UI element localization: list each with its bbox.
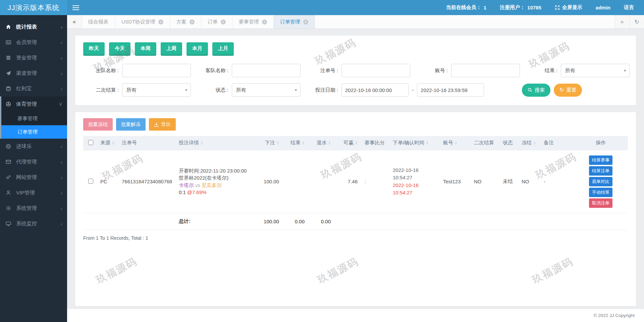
cell-winnable: 7.46	[335, 150, 362, 213]
quick-last-month-button[interactable]: 上月	[212, 42, 234, 56]
status-select[interactable]: 所有 ▾	[232, 83, 301, 97]
chevron-left-icon: ‹	[61, 24, 62, 30]
id-card-icon	[6, 40, 13, 45]
away-team-label: 客队名称 :	[193, 67, 228, 74]
col-bet-no[interactable]: 注单号	[119, 136, 176, 150]
settle-bet-button[interactable]: 结算注单	[589, 166, 612, 176]
account-label: 账号 :	[412, 67, 448, 74]
orders-panel: 批量冻结 批量解冻 导出 来源▲▼ 注	[75, 112, 636, 306]
sidebar-item-match-mgmt[interactable]: 赛事管理	[1, 112, 67, 125]
chevron-left-icon: ‹	[61, 205, 62, 211]
language-menu[interactable]: 语言	[624, 4, 634, 11]
sidebar-toggle-button[interactable]	[67, 0, 85, 15]
away-team-input[interactable]	[232, 64, 301, 77]
col-order-time[interactable]: 下单/确认时间▲▼	[390, 136, 441, 150]
col-result[interactable]: 结果▲▼	[284, 136, 309, 150]
cell-result	[284, 150, 309, 213]
result-select[interactable]: 所有 ▾	[561, 64, 630, 77]
quick-last-week-button[interactable]: 上周	[161, 42, 182, 56]
fullscreen-button[interactable]: 全屏显示	[555, 4, 582, 11]
close-icon[interactable]: ×	[190, 19, 195, 25]
col-bet-detail[interactable]: 投注详情▲▼	[176, 136, 256, 150]
home-team-input[interactable]	[122, 64, 191, 77]
sidebar-item-bonus-treasure[interactable]: 红利宝 ‹	[0, 81, 67, 96]
col-match-score: 赛事比分	[362, 136, 390, 150]
sidebar-item-stats-report[interactable]: 统计报表 ‹	[0, 19, 67, 35]
date-from-input[interactable]	[341, 83, 409, 97]
hamburger-icon	[72, 7, 79, 8]
settle-match-button[interactable]: 结算赛事	[589, 155, 612, 165]
total-rebate: 0.00	[309, 213, 335, 230]
cancel-bet-button[interactable]: 取消注单	[589, 198, 612, 208]
tab-match-mgmt[interactable]: 赛事管理 ×	[232, 15, 274, 29]
sidebar: 统计报表 ‹ 会员管理 ‹ 资金管理 ‹ 渠道管理 ‹ 红利宝 ‹ 体育管理	[0, 15, 67, 322]
close-icon[interactable]: ×	[221, 19, 226, 25]
user-menu[interactable]: admin	[596, 5, 610, 10]
quick-yesterday-button[interactable]: 昨天	[83, 42, 105, 56]
sidebar-item-system-mgmt[interactable]: 系统管理 ‹	[0, 200, 67, 216]
records-summary: From 1 To 1 Records, Total : 1	[83, 235, 628, 241]
col-bet-amount[interactable]: 下注▲▼	[256, 136, 284, 150]
close-icon[interactable]: ×	[303, 19, 308, 25]
tab-comprehensive-report[interactable]: 综合报表	[82, 15, 115, 29]
refresh-tab-button[interactable]: ↻	[629, 15, 644, 29]
col-remark: 备注	[541, 136, 574, 150]
col-winnable[interactable]: 可赢▲▼	[335, 136, 362, 150]
match-start-time: 开赛时间:2022-11-20 23:00:00	[179, 167, 254, 174]
close-icon[interactable]: ×	[262, 19, 267, 25]
sidebar-item-member-mgmt[interactable]: 会员管理 ‹	[0, 35, 67, 50]
sidebar-item-order-mgmt[interactable]: 订单管理	[1, 125, 67, 139]
sidebar-item-system-monitor[interactable]: 系统监控 ‹	[0, 216, 67, 231]
col-second-settlement: 二次结算	[472, 136, 500, 150]
footer: © 2022 JJ Copyright	[67, 309, 644, 322]
account-input[interactable]	[451, 64, 520, 77]
export-button[interactable]: 导出	[149, 118, 176, 131]
tabs-scroll-right-button[interactable]: »	[614, 15, 629, 29]
close-icon[interactable]: ×	[158, 19, 163, 25]
sidebar-item-agent-mgmt[interactable]: 代理管理 ‹	[0, 154, 67, 170]
layers-icon	[6, 55, 13, 60]
chevron-left-icon: ‹	[61, 40, 62, 45]
reset-button[interactable]: ↻ 重置	[554, 84, 582, 97]
tab-order[interactable]: 订单 ×	[201, 15, 232, 29]
chevron-left-icon: ‹	[61, 86, 62, 92]
total-label: 总计:	[176, 213, 256, 230]
manual-settle-button[interactable]: 手动结算	[589, 188, 612, 197]
sidebar-item-vip-mgmt[interactable]: VIP管理 ‹	[0, 185, 67, 200]
chevron-left-icon: ‹	[61, 190, 62, 196]
quick-today-button[interactable]: 今天	[109, 42, 130, 56]
sidebar-item-site-mgmt[interactable]: 网站管理 ‹	[0, 170, 67, 185]
tabs-scroll-left-button[interactable]: «	[67, 15, 82, 29]
sidebar-item-goal-fun[interactable]: 进球乐 ‹	[0, 139, 67, 154]
tab-plan[interactable]: 方案 ×	[170, 15, 201, 29]
sidebar-item-funds-mgmt[interactable]: 资金管理 ‹	[0, 50, 67, 65]
quick-this-week-button[interactable]: 本周	[135, 42, 156, 56]
col-account[interactable]: 账号▲▼	[441, 136, 472, 150]
status-label: 状态 :	[193, 87, 228, 93]
col-frozen[interactable]: 冻结▲▼	[519, 136, 541, 150]
tab-order-mgmt[interactable]: 订单管理 ×	[274, 15, 315, 29]
second-settlement-select[interactable]: 所有 ▾	[122, 83, 191, 97]
filter-panel: 昨天 今天 本周 上周 本月 上月 主队名称 : 客队名称 : 注单号 :	[75, 36, 636, 105]
app-logo: JJ演示版本系统	[0, 0, 67, 15]
bet-date-label: 投注日期 :	[303, 87, 338, 93]
registered-users-stat: 注册用户：10785	[500, 4, 541, 11]
col-source[interactable]: 来源▲▼	[98, 136, 119, 150]
bet-no-input[interactable]	[341, 64, 410, 77]
quick-this-month-button[interactable]: 本月	[186, 42, 208, 56]
sidebar-item-sports-mgmt[interactable]: 体育管理 ∨	[1, 96, 67, 112]
confirm-time: 2022-10-16 10:54:27	[393, 182, 438, 197]
batch-freeze-button[interactable]: 批量冻结	[83, 118, 113, 131]
tab-usdt-protocol-mgmt[interactable]: USDT协议管理 ×	[115, 15, 170, 29]
select-all-checkbox[interactable]	[88, 140, 93, 145]
home-icon	[6, 24, 13, 30]
col-rebate[interactable]: 退水▲▼	[309, 136, 335, 150]
cell-second-settlement: NO	[472, 150, 500, 213]
date-to-input[interactable]	[417, 83, 484, 97]
search-button[interactable]: 搜索	[522, 84, 550, 97]
compare-slip-button[interactable]: 底单对比	[589, 177, 612, 186]
soccer-ball-icon	[6, 101, 13, 107]
batch-unfreeze-button[interactable]: 批量解冻	[116, 118, 146, 131]
sidebar-item-channel-mgmt[interactable]: 渠道管理 ‹	[0, 65, 67, 81]
row-checkbox[interactable]	[88, 179, 93, 184]
